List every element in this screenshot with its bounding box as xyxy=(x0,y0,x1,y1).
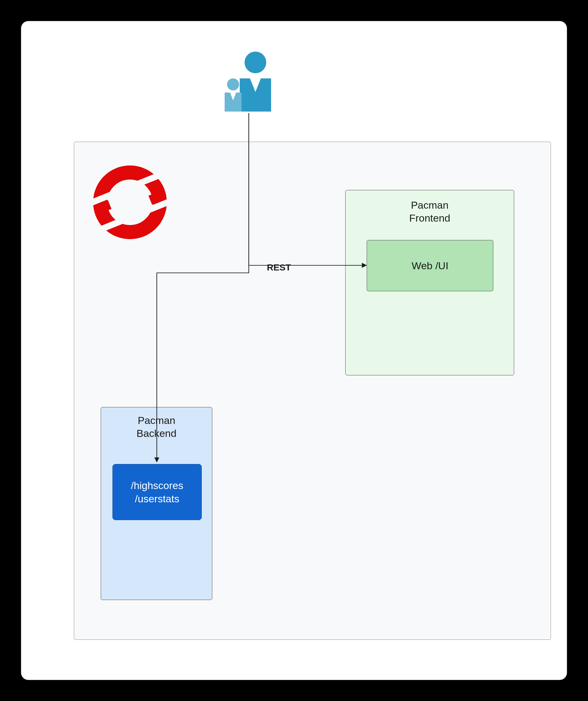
openshift-icon xyxy=(91,163,169,241)
diagram-canvas: Pacman Frontend Web /UI Pacman Backend /… xyxy=(21,21,567,680)
frontend-container: Pacman Frontend Web /UI xyxy=(345,190,514,376)
page: Pacman Frontend Web /UI Pacman Backend /… xyxy=(0,0,588,701)
edge-label-rest: REST xyxy=(267,262,291,273)
api-line2: /userstats xyxy=(135,493,179,504)
backend-container: Pacman Backend /highscores /userstats xyxy=(101,407,212,600)
backend-title: Pacman Backend xyxy=(101,407,212,440)
api-line1: /highscores xyxy=(131,480,183,491)
users-icon xyxy=(219,50,279,113)
api-label: /highscores /userstats xyxy=(131,479,183,505)
api-box: /highscores /userstats xyxy=(113,464,202,520)
backend-title-line2: Backend xyxy=(137,428,176,439)
webui-label: Web /UI xyxy=(412,260,448,272)
svg-point-7 xyxy=(227,78,239,90)
backend-title-line1: Pacman xyxy=(138,415,176,426)
diagram-paper: Pacman Frontend Web /UI Pacman Backend /… xyxy=(21,21,567,680)
webui-box: Web /UI xyxy=(367,240,493,291)
svg-point-5 xyxy=(244,51,266,73)
frontend-title-line1: Pacman xyxy=(411,199,449,211)
frontend-title-line2: Frontend xyxy=(409,212,450,224)
frontend-title: Pacman Frontend xyxy=(346,190,514,224)
